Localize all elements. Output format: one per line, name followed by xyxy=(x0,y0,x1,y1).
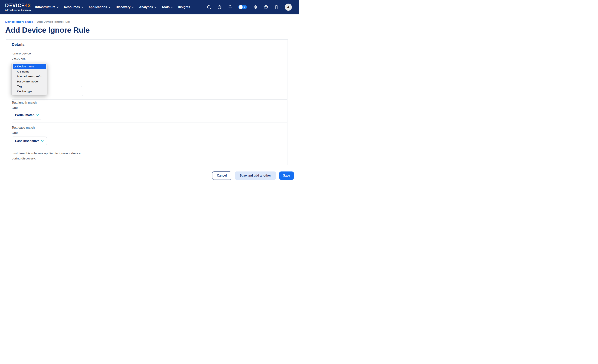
chevron-down-icon xyxy=(57,7,59,8)
nav-item-tools[interactable]: Tools xyxy=(162,5,173,9)
nav-item-analytics[interactable]: Analytics xyxy=(139,5,156,9)
nav-item-discovery[interactable]: Discovery xyxy=(116,5,134,9)
search-icon[interactable] xyxy=(207,5,211,9)
chevron-down-icon xyxy=(108,7,110,8)
chevron-down-icon xyxy=(132,7,134,8)
bookmark-icon[interactable] xyxy=(274,5,279,9)
logo-subtitle: A Freshworks Company xyxy=(5,9,31,11)
logo-text: DΞVICΞ42 xyxy=(5,3,31,8)
nav-item-infrastructure[interactable]: Infrastructure xyxy=(35,5,58,9)
settings-gear-icon[interactable] xyxy=(253,5,258,9)
dropdown-option-mac-address-prefix[interactable]: Mac address prefix xyxy=(13,74,46,79)
dropdown-option-device-type[interactable]: Device type xyxy=(13,89,46,94)
cancel-button[interactable]: Cancel xyxy=(212,172,231,180)
text-length-match-type-label: Text length match type: xyxy=(12,100,37,110)
row-divider xyxy=(12,122,287,123)
checkmark-icon xyxy=(14,66,16,68)
row-divider xyxy=(12,75,287,75)
footer-actions: Cancel Save and add another Save xyxy=(212,172,294,180)
chevron-down-icon xyxy=(81,7,83,8)
dropdown-option-device-name[interactable]: Device name xyxy=(13,64,46,69)
device42-logo[interactable]: DΞVICΞ42 A Freshworks Company xyxy=(5,3,31,11)
chevron-down-icon xyxy=(41,140,44,142)
chevron-down-icon xyxy=(36,114,39,116)
last-applied-label: Last time this rule was applied to ignor… xyxy=(12,151,81,161)
theme-toggle-switch[interactable] xyxy=(238,5,247,9)
breadcrumb-separator: › xyxy=(34,20,35,24)
row-divider xyxy=(12,147,287,147)
text-case-match-type-label: Text case match type: xyxy=(12,125,35,135)
save-and-add-another-button[interactable]: Save and add another xyxy=(235,172,276,180)
globe-icon[interactable] xyxy=(217,5,222,9)
breadcrumb-link-device-ignore-rules[interactable]: Device Ignore Rules xyxy=(5,20,33,24)
help-icon[interactable]: ? xyxy=(264,5,268,9)
dropdown-option-hardware-model[interactable]: Hardware model xyxy=(13,79,46,84)
nav-item-applications[interactable]: Applications xyxy=(88,5,110,9)
ignore-based-on-dropdown-popup: Device name OS name Mac address prefix H… xyxy=(11,63,47,95)
ignore-device-based-on-label: Ignore device based on: xyxy=(12,51,31,61)
svg-text:?: ? xyxy=(265,6,267,8)
breadcrumb: Device Ignore Rules › Add Device Ignore … xyxy=(5,20,294,24)
navbar-icon-cluster: ? A xyxy=(207,4,292,11)
dropdown-option-tag[interactable]: Tag xyxy=(13,84,46,89)
breadcrumb-current: Add Device Ignore Rule xyxy=(37,20,70,24)
text-case-match-select[interactable]: Case insensitive xyxy=(12,137,47,145)
nav-item-insights[interactable]: Insights+ xyxy=(178,5,192,9)
chevron-down-icon xyxy=(171,7,173,8)
details-card: Details Ignore device based on: Text len… xyxy=(6,40,288,165)
dropdown-option-os-name[interactable]: OS name xyxy=(13,69,46,74)
notifications-bell-icon[interactable] xyxy=(228,5,232,9)
save-button[interactable]: Save xyxy=(279,172,294,180)
top-navbar: DΞVICΞ42 A Freshworks Company Infrastruc… xyxy=(0,0,299,14)
text-length-match-select[interactable]: Partial match xyxy=(12,111,42,119)
main-nav: Infrastructure Resources Applications Di… xyxy=(35,5,192,9)
chevron-down-icon xyxy=(154,7,156,8)
page-title: Add Device Ignore Rule xyxy=(5,26,294,34)
section-title: Details xyxy=(12,42,25,47)
nav-item-resources[interactable]: Resources xyxy=(64,5,83,9)
row-divider xyxy=(12,99,287,99)
sun-icon xyxy=(238,5,247,9)
avatar[interactable]: A xyxy=(285,4,292,11)
